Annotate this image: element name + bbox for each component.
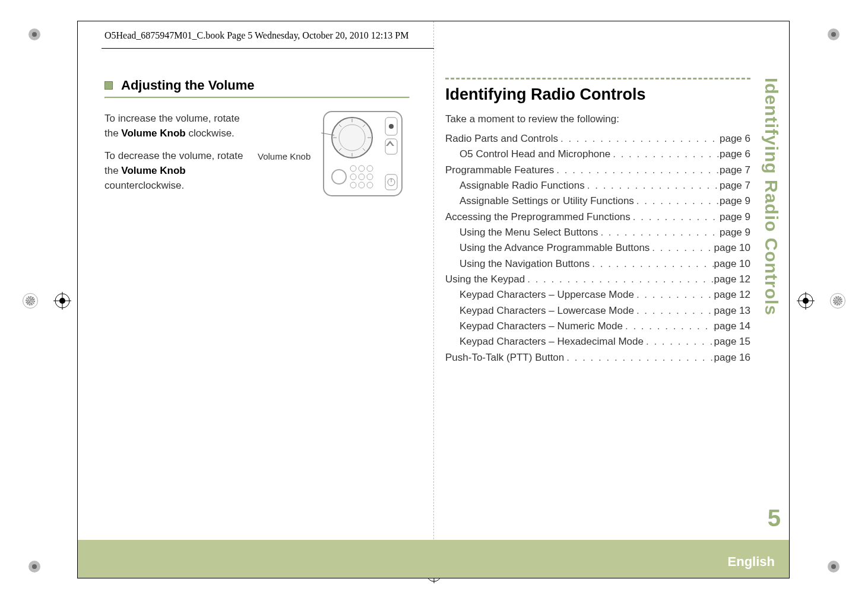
toc-leader-dots (634, 287, 714, 303)
toc-entry-title: Accessing the Preprogrammed Functions (445, 209, 631, 225)
svg-point-3 (831, 32, 836, 37)
svg-point-27 (332, 117, 372, 158)
header-rule (102, 48, 434, 49)
toc-leader-dots (610, 147, 720, 162)
volume-decrease-paragraph: To decrease the volume, rotate the Volum… (104, 149, 247, 193)
toc-entry-title: Keypad Characters – Numeric Mode (460, 319, 623, 334)
pinwheel-icon (23, 293, 38, 309)
toc-entry-title: Keypad Characters – Hexadecimal Mode (460, 334, 644, 349)
toc-entry-page: page 12 (714, 287, 750, 303)
svg-point-11 (59, 298, 65, 304)
toc-entry-page: page 12 (714, 272, 750, 287)
sidebar-tab: Identifying Radio Controls (758, 78, 784, 410)
toc-leader-dots (598, 225, 720, 240)
crop-mark-icon (822, 23, 845, 46)
toc-entry: Assignable Radio Functionspage 7 (445, 178, 750, 193)
toc-entry: Keypad Characters – Hexadecimal Modepage… (445, 334, 750, 349)
right-intro: Take a moment to review the following: (445, 113, 750, 125)
toc-entry-title: Assignable Settings or Utility Functions (460, 193, 634, 209)
sidebar-tab-text: Identifying Radio Controls (761, 78, 781, 316)
toc-leader-dots (558, 131, 720, 147)
toc-entry-title: O5 Control Head and Microphone (460, 147, 610, 162)
toc-leader-dots (554, 163, 720, 178)
toc-entry-page: page 9 (720, 209, 750, 225)
toc-entry-page: page 7 (720, 178, 750, 193)
toc-entry-title: Radio Parts and Controls (445, 131, 558, 147)
crop-mark-icon (822, 555, 845, 578)
para1-c: clockwise. (186, 128, 235, 139)
toc-leader-dots (623, 319, 714, 334)
svg-point-5 (32, 564, 37, 569)
toc-entry: Push-To-Talk (PTT) Buttonpage 16 (445, 350, 750, 365)
footer-language: English (728, 554, 775, 570)
toc-entry: Keypad Characters – Lowercase Modepage 1… (445, 303, 750, 319)
toc-entry-title: Using the Keypad (445, 272, 525, 287)
toc-entry-title: Assignable Radio Functions (460, 178, 585, 193)
toc-leader-dots (634, 303, 714, 319)
svg-point-15 (803, 298, 809, 304)
svg-point-7 (831, 564, 836, 569)
para2-c: counterclockwise. (104, 180, 184, 191)
right-heading: Identifying Radio Controls (445, 85, 750, 104)
toc-leader-dots (590, 256, 714, 272)
toc-entry-page: page 14 (714, 319, 750, 334)
toc-entry-page: page 7 (720, 163, 750, 178)
section-bullet-icon (104, 81, 113, 90)
toc-entry-title: Using the Navigation Buttons (460, 256, 590, 272)
toc-entry-page: page 16 (714, 350, 750, 365)
toc-entry: Using the Navigation Buttonspage 10 (445, 256, 750, 272)
left-column: Adjusting the Volume To increase the vol… (104, 78, 410, 365)
toc-entry-title: Using the Advance Programmable Buttons (460, 240, 650, 256)
toc-entry-page: page 10 (714, 240, 750, 256)
heading-rule (104, 97, 410, 98)
volume-knob-illustration-icon (321, 109, 404, 201)
toc-entry: Using the Advance Programmable Buttonspa… (445, 240, 750, 256)
toc-entry-page: page 9 (720, 225, 750, 240)
volume-knob-label: Volume Knob (258, 151, 311, 161)
toc-entry: Accessing the Preprogrammed Functionspag… (445, 209, 750, 225)
toc-entry: Programmable Featurespage 7 (445, 163, 750, 178)
toc-leader-dots (585, 178, 720, 193)
para1-b: Volume Knob (121, 128, 185, 139)
toc-entry-title: Using the Menu Select Buttons (460, 225, 598, 240)
toc-entry: Assignable Settings or Utility Functions… (445, 193, 750, 209)
para2-b: Volume Knob (121, 165, 185, 176)
toc-entry: Using the Menu Select Buttonspage 9 (445, 225, 750, 240)
registration-mark-icon (53, 292, 71, 310)
footer-bar: English (78, 540, 789, 578)
page-frame: O5Head_6875947M01_C.book Page 5 Wednesda… (77, 21, 790, 578)
toc-list: Radio Parts and Controlspage 6O5 Control… (445, 131, 750, 365)
crop-mark-icon (23, 23, 46, 46)
page-number: 5 (768, 505, 781, 532)
toc-leader-dots (650, 240, 714, 256)
toc-entry: Radio Parts and Controlspage 6 (445, 131, 750, 147)
toc-entry-page: page 6 (720, 131, 750, 147)
toc-entry-page: page 15 (714, 334, 750, 349)
crop-mark-icon (23, 555, 46, 578)
registration-mark-icon (797, 292, 815, 310)
toc-entry-title: Push-To-Talk (PTT) Button (445, 350, 564, 365)
svg-point-22 (389, 124, 394, 129)
toc-entry-title: Programmable Features (445, 163, 554, 178)
toc-leader-dots (525, 272, 714, 287)
toc-entry-page: page 9 (720, 193, 750, 209)
toc-entry-page: page 10 (714, 256, 750, 272)
toc-entry-page: page 6 (720, 147, 750, 162)
toc-leader-dots (564, 350, 714, 365)
left-heading: Adjusting the Volume (121, 78, 254, 93)
dashed-rule (445, 78, 750, 80)
toc-leader-dots (644, 334, 714, 349)
volume-increase-paragraph: To increase the volume, rotate the Volum… (104, 112, 247, 141)
toc-entry: Using the Keypadpage 12 (445, 272, 750, 287)
svg-point-1 (32, 32, 37, 37)
toc-entry-title: Keypad Characters – Lowercase Mode (460, 303, 634, 319)
toc-entry: Keypad Characters – Numeric Modepage 14 (445, 319, 750, 334)
toc-entry-title: Keypad Characters – Uppercase Mode (460, 287, 634, 303)
toc-entry: Keypad Characters – Uppercase Modepage 1… (445, 287, 750, 303)
pinwheel-icon (830, 293, 845, 309)
toc-entry-page: page 13 (714, 303, 750, 319)
book-header: O5Head_6875947M01_C.book Page 5 Wednesda… (104, 30, 408, 41)
right-column: Identifying Radio Controls Take a moment… (445, 78, 750, 365)
toc-entry: O5 Control Head and Microphonepage 6 (445, 147, 750, 162)
toc-leader-dots (631, 209, 720, 225)
